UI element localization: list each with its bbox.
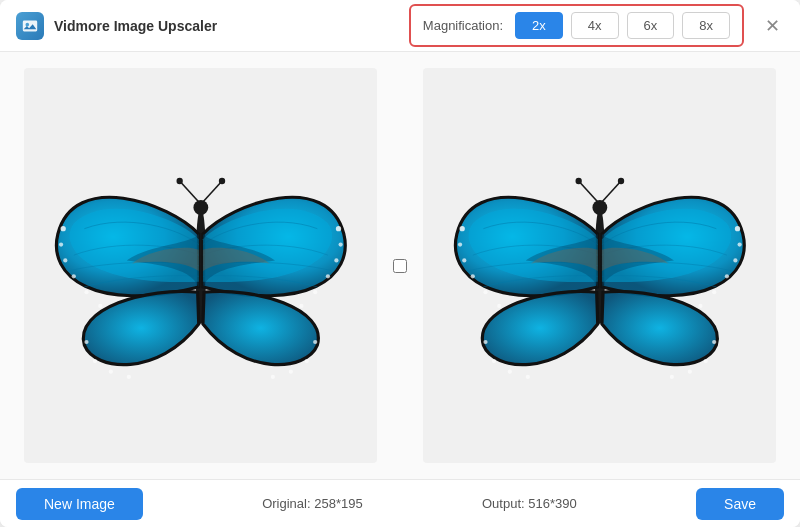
title-bar: Vidmore Image Upscaler Magnification: 2x… bbox=[0, 0, 800, 52]
svg-point-8 bbox=[60, 226, 65, 231]
output-image-panel bbox=[423, 68, 776, 463]
original-info: Original: 258*195 bbox=[262, 496, 362, 511]
svg-point-35 bbox=[618, 178, 624, 184]
svg-point-45 bbox=[733, 258, 737, 262]
mag-button-8x[interactable]: 8x bbox=[682, 12, 730, 39]
svg-point-55 bbox=[703, 359, 707, 363]
svg-point-51 bbox=[491, 359, 495, 363]
svg-point-40 bbox=[483, 290, 487, 294]
main-content bbox=[0, 52, 800, 479]
svg-point-25 bbox=[126, 375, 130, 379]
mag-button-6x[interactable]: 6x bbox=[627, 12, 675, 39]
compare-checkbox[interactable] bbox=[393, 259, 407, 273]
output-butterfly bbox=[423, 68, 776, 463]
close-button[interactable]: ✕ bbox=[760, 14, 784, 38]
magnification-label: Magnification: bbox=[423, 18, 503, 33]
compare-divider bbox=[385, 68, 415, 463]
app-window: Vidmore Image Upscaler Magnification: 2x… bbox=[0, 0, 800, 527]
magnification-section: Magnification: 2x 4x 6x 8x bbox=[409, 4, 744, 47]
app-title: Vidmore Image Upscaler bbox=[54, 18, 217, 34]
svg-point-53 bbox=[525, 375, 529, 379]
svg-point-7 bbox=[219, 178, 225, 184]
svg-point-15 bbox=[336, 226, 341, 231]
svg-point-29 bbox=[270, 375, 274, 379]
svg-point-11 bbox=[71, 274, 75, 278]
svg-point-57 bbox=[669, 375, 673, 379]
original-image-panel bbox=[24, 68, 377, 463]
svg-point-12 bbox=[84, 290, 88, 294]
svg-point-1 bbox=[26, 22, 30, 26]
original-butterfly bbox=[24, 68, 377, 463]
svg-point-23 bbox=[92, 359, 96, 363]
output-info: Output: 516*390 bbox=[482, 496, 577, 511]
svg-line-6 bbox=[201, 181, 222, 204]
svg-point-39 bbox=[470, 274, 474, 278]
svg-point-54 bbox=[712, 340, 716, 344]
svg-point-43 bbox=[735, 226, 740, 231]
svg-point-31 bbox=[592, 200, 607, 215]
mag-button-4x[interactable]: 4x bbox=[571, 12, 619, 39]
svg-point-41 bbox=[497, 304, 501, 308]
svg-line-4 bbox=[179, 181, 200, 204]
svg-point-20 bbox=[299, 304, 303, 308]
svg-point-18 bbox=[325, 274, 329, 278]
svg-point-10 bbox=[63, 258, 67, 262]
svg-point-16 bbox=[338, 242, 342, 246]
svg-point-47 bbox=[712, 290, 716, 294]
svg-point-44 bbox=[737, 242, 741, 246]
svg-point-28 bbox=[288, 369, 292, 373]
svg-point-52 bbox=[507, 369, 511, 373]
svg-point-24 bbox=[108, 369, 112, 373]
svg-point-5 bbox=[176, 178, 182, 184]
svg-point-9 bbox=[59, 242, 63, 246]
svg-point-3 bbox=[193, 200, 208, 215]
svg-point-36 bbox=[459, 226, 464, 231]
app-icon bbox=[16, 12, 44, 40]
svg-line-32 bbox=[578, 181, 599, 204]
bottom-bar: New Image Original: 258*195 Output: 516*… bbox=[0, 479, 800, 527]
save-button[interactable]: Save bbox=[696, 488, 784, 520]
svg-point-50 bbox=[483, 340, 487, 344]
new-image-button[interactable]: New Image bbox=[16, 488, 143, 520]
svg-point-33 bbox=[575, 178, 581, 184]
svg-point-13 bbox=[98, 304, 102, 308]
svg-point-38 bbox=[462, 258, 466, 262]
mag-button-2x[interactable]: 2x bbox=[515, 12, 563, 39]
svg-point-22 bbox=[84, 340, 88, 344]
svg-rect-0 bbox=[23, 20, 37, 31]
svg-line-34 bbox=[600, 181, 621, 204]
svg-point-46 bbox=[724, 274, 728, 278]
svg-point-56 bbox=[687, 369, 691, 373]
svg-point-37 bbox=[458, 242, 462, 246]
svg-point-48 bbox=[698, 304, 702, 308]
svg-point-19 bbox=[313, 290, 317, 294]
svg-point-26 bbox=[313, 340, 317, 344]
svg-point-27 bbox=[304, 359, 308, 363]
svg-point-17 bbox=[334, 258, 338, 262]
